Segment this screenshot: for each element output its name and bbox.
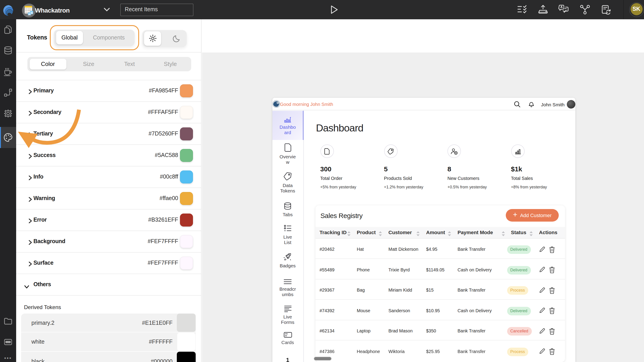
svg-text:LOG: LOG: [6, 341, 10, 343]
